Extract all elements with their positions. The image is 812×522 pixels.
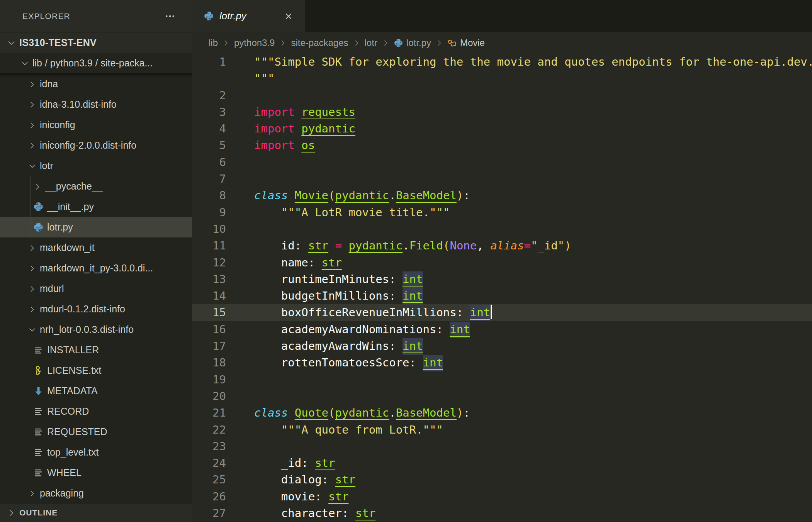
line-number: 16: [192, 321, 226, 338]
tree-item-license-txt[interactable]: LICENSE.txt: [0, 360, 192, 381]
code-line-26: 26 movie: str: [192, 488, 812, 505]
explorer-title: EXPLORER: [22, 12, 70, 21]
chevron-right-icon: [28, 244, 36, 252]
code-token: :: [463, 406, 470, 419]
line-number: 1: [192, 54, 226, 70]
tree-item-top-level-txt[interactable]: top_level.txt: [0, 442, 192, 463]
tree-item-lib-python3-9-site-packa-[interactable]: lib / python3.9 / site-packa...: [0, 53, 192, 74]
tree-item-markdown-it-py-3-0-0-di-[interactable]: markdown_it_py-3.0.0.di...: [0, 258, 192, 278]
tree-item-packaging[interactable]: packaging: [0, 483, 192, 503]
code-token: id:: [254, 239, 308, 252]
text-cursor: [491, 305, 492, 319]
outline-section-header[interactable]: OUTLINE: [0, 503, 192, 522]
code-token: =: [335, 239, 342, 252]
code-line-14: 14 budgetInMillions: int: [192, 288, 812, 304]
code-token: [288, 406, 294, 419]
line-number: 19: [192, 371, 226, 388]
code-token: =: [524, 239, 531, 252]
breadcrumb-separator-icon: [222, 39, 230, 47]
breadcrumb-item-lotr[interactable]: lotr: [365, 37, 377, 48]
code-token: str: [315, 456, 335, 469]
tree-item-label: __init__.py: [47, 201, 94, 212]
tab-label: lotr.py: [219, 10, 246, 22]
code-token: "_id": [531, 239, 564, 252]
code-line-4: 4import pydantic: [192, 120, 812, 137]
code-token: .: [403, 239, 409, 252]
line-number: 5: [192, 137, 226, 154]
line-number: 12: [192, 254, 226, 271]
tree-item-mdurl[interactable]: mdurl: [0, 278, 192, 299]
line-number: 24: [192, 455, 226, 471]
tree-item-lotr[interactable]: lotr: [0, 156, 192, 176]
line-number: 10: [192, 221, 226, 237]
breadcrumb-item-lib[interactable]: lib: [209, 37, 218, 48]
close-icon[interactable]: [284, 11, 294, 21]
chevron-right-icon: [28, 305, 36, 314]
code-token: Field: [409, 239, 443, 252]
code-token: None: [450, 239, 477, 252]
tree-item-label: INSTALLER: [47, 344, 99, 356]
tree-item-record[interactable]: RECORD: [0, 401, 192, 422]
file-text-icon: [33, 447, 44, 458]
tree-item-label: packaging: [40, 488, 84, 499]
breadcrumb: libpython3.9site-packageslotrlotr.pyMovi…: [192, 32, 812, 54]
line-number: 22: [192, 422, 226, 438]
code-token: movie:: [254, 490, 328, 503]
tree-item-wheel[interactable]: WHEEL: [0, 463, 192, 483]
breadcrumb-item-site-packages[interactable]: site-packages: [291, 37, 348, 48]
code-token: BaseModel: [396, 406, 457, 419]
tab-lotr-py[interactable]: lotr.py: [192, 0, 305, 32]
code-token: _id:: [254, 456, 315, 469]
code-token: [288, 189, 294, 202]
more-actions-icon[interactable]: [164, 10, 176, 22]
chevron-right-icon: [28, 264, 36, 273]
tree-item-mdurl-0-1-2-dist-info[interactable]: mdurl-0.1.2.dist-info: [0, 299, 192, 319]
tree-item-installer[interactable]: INSTALLER: [0, 340, 192, 360]
tree-item-markdown-it[interactable]: markdown_it: [0, 237, 192, 258]
code-token: ,: [477, 239, 490, 252]
tree-item--init-py[interactable]: __init__.py: [0, 197, 192, 217]
tree-item-idna-3-10-dist-info[interactable]: idna-3.10.dist-info: [0, 94, 192, 115]
code-token: pydantic: [335, 189, 389, 202]
breadcrumb-item-python3-9[interactable]: python3.9: [234, 37, 275, 48]
code-token: alias: [490, 239, 524, 252]
code-token: class: [254, 189, 288, 202]
tree-item-label: markdown_it_py-3.0.0.di...: [40, 263, 153, 274]
code-token: (: [328, 406, 335, 419]
code-token: [328, 239, 335, 252]
tree-item-iniconfig-2-0-0-dist-info[interactable]: iniconfig-2.0.0.dist-info: [0, 135, 192, 156]
code-token: rottenTomatoesScore:: [254, 356, 423, 369]
tree-item-iniconfig[interactable]: iniconfig: [0, 115, 192, 135]
python-icon: [33, 222, 44, 232]
code-line-27: 27 character: str: [192, 505, 812, 522]
editor-group: lotr.py libpython3.9site-packageslotrlot…: [192, 0, 812, 522]
tree-item-metadata[interactable]: METADATA: [0, 381, 192, 401]
code-token: requests: [301, 105, 355, 119]
breadcrumb-item-label: Movie: [460, 37, 485, 48]
tree-item-lotr-py[interactable]: lotr.py: [0, 217, 192, 237]
tree-item-label: REQUESTED: [47, 426, 107, 437]
code-token: os: [301, 139, 315, 152]
workspace-root-row[interactable]: IS310-TEST-ENV: [0, 32, 192, 53]
line-number: 27: [192, 505, 226, 522]
line-number: 14: [192, 288, 226, 304]
tree-item-label: iniconfig: [40, 119, 75, 130]
code-line-6: 6: [192, 154, 812, 171]
breadcrumb-item-movie[interactable]: Movie: [447, 37, 485, 48]
code-token: Quote: [295, 406, 328, 419]
tree-item-idna[interactable]: idna: [0, 74, 192, 94]
breadcrumb-item-lotr-py[interactable]: lotr.py: [394, 37, 431, 48]
tree-item-nrh-lotr-0-0-3-dist-info[interactable]: nrh_lotr-0.0.3.dist-info: [0, 319, 192, 340]
code-line-24: 24 _id: str: [192, 455, 812, 471]
breadcrumb-item-label: lib: [209, 37, 218, 48]
code-token: str: [355, 507, 375, 520]
tree-item-label: nrh_lotr-0.0.3.dist-info: [40, 324, 134, 335]
tab-bar: lotr.py: [192, 0, 812, 32]
code-area[interactable]: 1"""Simple SDK for exploring the the mov…: [192, 54, 812, 522]
code-token: ): [564, 239, 571, 252]
code-line-5: 5import os: [192, 137, 812, 154]
tree-item-label: idna: [40, 78, 58, 90]
code-token: str: [322, 256, 342, 269]
tree-item--pycache-[interactable]: __pycache__: [0, 176, 192, 197]
tree-item-requested[interactable]: REQUESTED: [0, 422, 192, 442]
